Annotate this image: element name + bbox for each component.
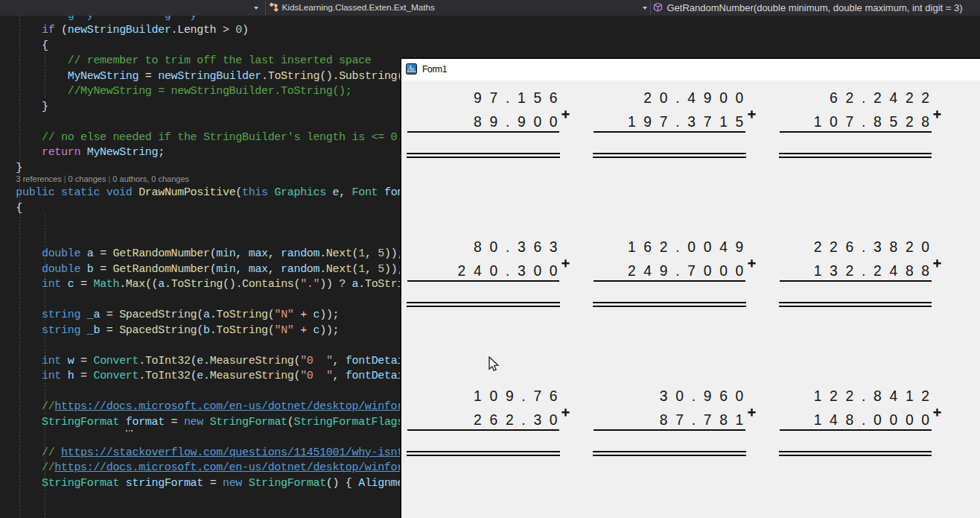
svg-text:a: a	[412, 66, 414, 71]
